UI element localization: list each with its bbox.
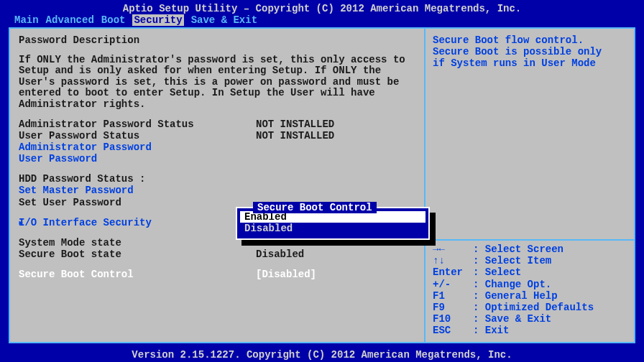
password-description-title: Password Description xyxy=(19,34,415,46)
key-f10: F10 xyxy=(433,313,473,325)
key-arrows-lr: →← xyxy=(433,243,473,255)
popup-option-disabled[interactable]: Disabled xyxy=(239,223,427,234)
key-arrows-ud-desc: : Select Item xyxy=(473,255,551,266)
secure-boot-control-popup: Secure Boot Control Enabled Disabled xyxy=(236,207,430,240)
set-user-password-label: Set User Password xyxy=(19,197,256,208)
help-line-2: Secure Boot is possible only xyxy=(433,46,627,57)
tab-boot[interactable]: Boot xyxy=(101,14,126,26)
set-master-password-link[interactable]: Set Master Password xyxy=(19,185,415,196)
key-f10-desc: : Save & Exit xyxy=(473,313,551,325)
submenu-arrow-icon: ▸ xyxy=(18,217,24,228)
main-frame: Password Description If ONLY the Adminis… xyxy=(9,27,635,343)
io-interface-security-label: I/O Interface Security xyxy=(19,217,256,228)
secure-boot-control-row[interactable]: Secure Boot Control [Disabled] xyxy=(19,269,415,280)
left-panel: Password Description If ONLY the Adminis… xyxy=(10,29,426,342)
menu-tabs: Main Advanced Boot Security Save & Exit xyxy=(0,14,644,27)
secure-boot-control-value: [Disabled] xyxy=(256,269,316,280)
user-pw-status-label: User Password Status xyxy=(19,130,256,141)
administrator-password-label: Administrator Password xyxy=(19,141,256,153)
key-f9: F9 xyxy=(433,302,473,313)
set-master-password-label: Set Master Password xyxy=(19,185,256,196)
bios-header: Aptio Setup Utility – Copyright (C) 2012… xyxy=(0,0,644,14)
tab-main[interactable]: Main xyxy=(14,14,39,26)
key-plusminus: +/- xyxy=(433,279,473,290)
tab-save-exit[interactable]: Save & Exit xyxy=(191,14,257,26)
right-panel: Secure Boot flow control. Secure Boot is… xyxy=(426,29,634,342)
help-line-3: if System runs in User Mode xyxy=(433,57,627,69)
keyboard-help: →←: Select Screen ↑↓: Select Item Enter:… xyxy=(433,243,627,336)
admin-pw-status-row: Administrator Password Status NOT INSTAL… xyxy=(19,119,415,130)
key-f9-desc: : Optimized Defaults xyxy=(473,302,594,313)
key-esc-desc: : Exit xyxy=(473,325,509,336)
key-enter: Enter xyxy=(433,266,473,278)
admin-pw-status-label: Administrator Password Status xyxy=(19,119,256,130)
secure-boot-state-value: Disabled xyxy=(256,249,304,260)
key-plusminus-desc: : Change Opt. xyxy=(473,279,551,290)
user-pw-status-row: User Password Status NOT INSTALLED xyxy=(19,130,415,141)
user-password-label: User Password xyxy=(19,153,256,164)
key-arrows-ud: ↑↓ xyxy=(433,255,473,266)
key-arrows-lr-desc: : Select Screen xyxy=(473,243,564,255)
system-mode-state-label: System Mode state xyxy=(19,237,256,249)
key-f1: F1 xyxy=(433,290,473,302)
admin-pw-status-value: NOT INSTALLED xyxy=(256,119,334,130)
popup-title: Secure Boot Control xyxy=(253,202,377,213)
administrator-password-link[interactable]: Administrator Password xyxy=(19,141,415,153)
secure-boot-state-label: Secure Boot state xyxy=(19,249,256,260)
user-pw-status-value: NOT INSTALLED xyxy=(256,130,334,141)
secure-boot-state-row: Secure Boot state Disabled xyxy=(19,249,415,260)
help-line-1: Secure Boot flow control. xyxy=(433,34,627,46)
key-esc: ESC xyxy=(433,325,473,336)
help-text: Secure Boot flow control. Secure Boot is… xyxy=(433,34,627,69)
secure-boot-control-label: Secure Boot Control xyxy=(19,269,256,280)
password-description-text: If ONLY the Administrator's password is … xyxy=(19,55,415,110)
key-f1-desc: : General Help xyxy=(473,290,558,302)
tab-advanced[interactable]: Advanced xyxy=(46,14,94,26)
bios-footer: Version 2.15.1227. Copyright (C) 2012 Am… xyxy=(0,349,644,361)
tab-security[interactable]: Security xyxy=(132,14,183,26)
hdd-pw-status-row: HDD Password Status : xyxy=(19,173,415,185)
right-divider xyxy=(426,239,634,241)
hdd-pw-status-label: HDD Password Status : xyxy=(19,173,256,185)
key-enter-desc: : Select xyxy=(473,266,521,278)
user-password-link[interactable]: User Password xyxy=(19,153,415,164)
